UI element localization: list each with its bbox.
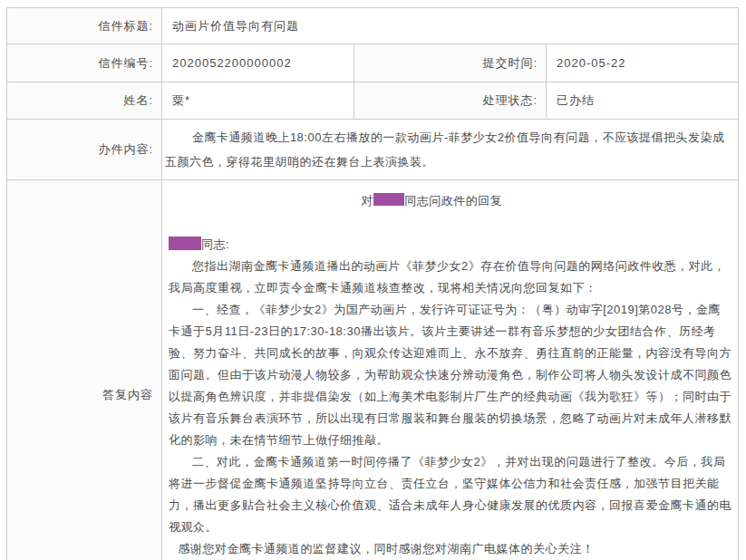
reply-title-prefix: 对 bbox=[362, 194, 374, 208]
name-value: 粟* bbox=[162, 82, 354, 120]
row-letter-title: 信件标题: 动画片价值导向有问题 bbox=[7, 8, 739, 44]
complaint-content-label: 办件内容: bbox=[7, 120, 162, 180]
letter-title-value: 动画片价值导向有问题 bbox=[162, 8, 739, 44]
row-letter-number: 信件编号: 2020052200000002 提交时间: 2020-05-22 bbox=[7, 44, 739, 82]
submit-time-label: 提交时间: bbox=[354, 44, 547, 82]
reply-title-suffix: 同志问政件的回复 bbox=[404, 194, 502, 208]
reply-thanks: 感谢您对金鹰卡通频道的监督建议，同时感谢您对湖南广电媒体的关心关注！ bbox=[169, 538, 731, 560]
reply-paragraph: 一、经查，《菲梦少女2》为国产动画片，发行许可证证号为：（粤）动审字[2019]… bbox=[169, 299, 731, 451]
redaction-block bbox=[373, 193, 404, 206]
reply-content-label: 答复内容 bbox=[7, 180, 162, 560]
row-name-status: 姓名: 粟* 处理状态: 已办结 bbox=[7, 82, 739, 120]
letter-detail-page: 信件标题: 动画片价值导向有问题 信件编号: 2020052200000002 … bbox=[0, 0, 746, 560]
row-complaint-content: 办件内容: 金鹰卡通频道晚上18:00左右播放的一款动画片-菲梦少女2价值导向有… bbox=[7, 120, 739, 180]
reply-salutation: 同志: bbox=[169, 234, 731, 256]
reply-paragraph: 您指出湖南金鹰卡通频道播出的动画片《菲梦少女2》存在价值导向问题的网络问政件收悉… bbox=[169, 256, 731, 299]
letter-number-label: 信件编号: bbox=[7, 44, 162, 82]
reply-title: 对同志问政件的回复 bbox=[169, 190, 695, 212]
name-label: 姓名: bbox=[7, 82, 162, 120]
row-reply-content: 答复内容 对同志问政件的回复 同志: 您指出湖南金鹰卡通频道播出的动画片《菲梦少… bbox=[7, 180, 739, 560]
reply-salutation-suffix: 同志: bbox=[201, 237, 229, 251]
complaint-content-value: 金鹰卡通频道晚上18:00左右播放的一款动画片-菲梦少女2价值导向有问题，不应该… bbox=[162, 120, 739, 180]
reply-paragraph: 二、对此，金鹰卡通频道第一时间停播了《菲梦少女2》，并对出现的问题进行了整改。今… bbox=[169, 451, 731, 538]
letter-title-label: 信件标题: bbox=[7, 8, 162, 44]
letter-detail-table: 信件标题: 动画片价值导向有问题 信件编号: 2020052200000002 … bbox=[6, 7, 739, 560]
reply-content-value: 对同志问政件的回复 同志: 您指出湖南金鹰卡通频道播出的动画片《菲梦少女2》存在… bbox=[162, 180, 739, 560]
redaction-block bbox=[169, 237, 201, 250]
letter-number-value: 2020052200000002 bbox=[162, 44, 354, 82]
status-value: 已办结 bbox=[547, 82, 739, 120]
submit-time-value: 2020-05-22 bbox=[547, 44, 739, 82]
status-label: 处理状态: bbox=[354, 82, 547, 120]
